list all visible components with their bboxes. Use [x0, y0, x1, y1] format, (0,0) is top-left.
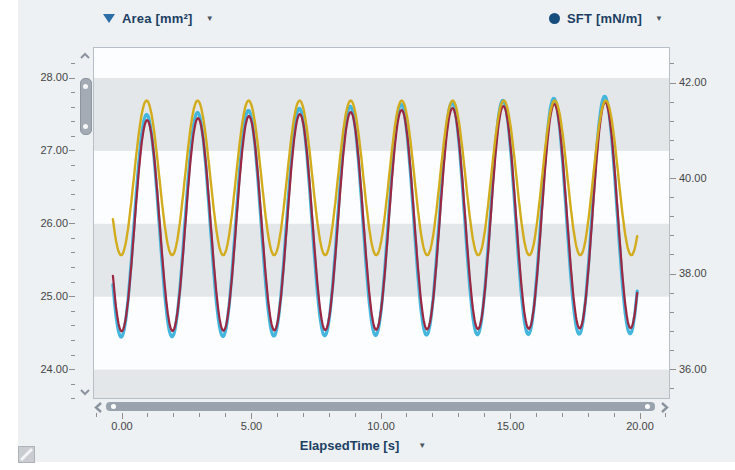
chart-widget: Area [mm²] ▼ SFT [mN/m] ▼ 24.0025.0026.0… — [0, 0, 735, 470]
resize-grip[interactable] — [18, 446, 35, 463]
vertical-scrollbar[interactable] — [78, 49, 92, 398]
legend-area-label: Area [mm²] — [122, 11, 193, 26]
sft-series-circle-icon — [549, 13, 560, 24]
legend-sft-label: SFT [mN/m] — [567, 11, 642, 26]
horizontal-scrollbar-thumb[interactable] — [106, 402, 655, 411]
chevron-down-icon[interactable]: ▼ — [206, 14, 214, 23]
vertical-scrollbar-thumb[interactable] — [80, 78, 92, 135]
x-axis-title: ElapsedTime [s] — [300, 438, 399, 453]
x-axis-title-dropdown[interactable]: ElapsedTime [s] ▼ — [93, 438, 633, 453]
scroll-down-button[interactable] — [78, 385, 92, 398]
scroll-right-button[interactable] — [658, 400, 670, 413]
legend-sft-dropdown[interactable]: SFT [mN/m] ▼ — [549, 8, 663, 28]
chevron-right-icon — [662, 403, 667, 412]
scroll-up-button[interactable] — [78, 49, 92, 62]
scroll-left-button[interactable] — [93, 400, 105, 413]
area-series-triangle-icon — [103, 14, 115, 23]
chevron-down-icon[interactable]: ▼ — [418, 441, 426, 450]
horizontal-scrollbar[interactable] — [93, 400, 670, 413]
chevron-left-icon — [96, 403, 101, 412]
grip-diagonal-icon — [21, 449, 32, 460]
chevron-down-icon — [81, 390, 89, 394]
plot-area[interactable] — [93, 47, 670, 399]
chevron-up-icon — [81, 54, 89, 58]
chevron-down-icon[interactable]: ▼ — [655, 14, 663, 23]
legend-area-dropdown[interactable]: Area [mm²] ▼ — [103, 8, 214, 28]
